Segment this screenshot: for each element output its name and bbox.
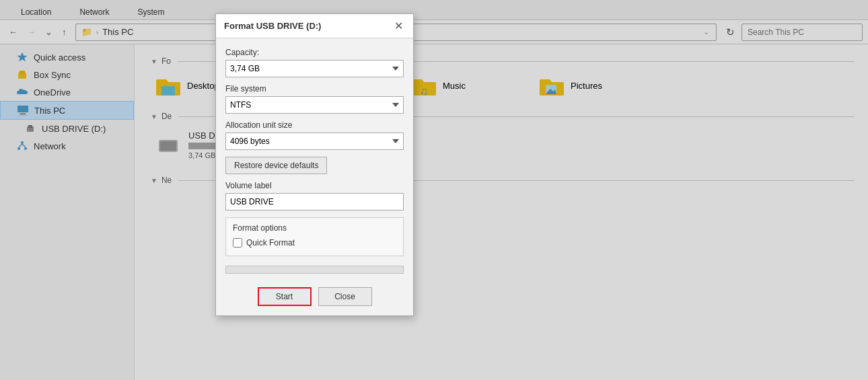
progress-bar-container (225, 266, 404, 274)
modal-title-bar: Format USB DRIVE (D:) ✕ (216, 14, 413, 38)
modal-overlay: Format USB DRIVE (D:) ✕ Capacity: 3,74 G… (0, 0, 868, 380)
filesystem-group: File system NTFS (225, 84, 404, 114)
allocation-group: Allocation unit size 4096 bytes (225, 120, 404, 150)
capacity-select[interactable]: 3,74 GB (225, 60, 404, 77)
quick-format-checkbox[interactable] (233, 238, 242, 248)
modal-body: Capacity: 3,74 GB File system NTFS Alloc… (216, 38, 413, 280)
filesystem-label: File system (225, 84, 404, 93)
modal-title: Format USB DRIVE (D:) (224, 21, 321, 31)
close-button[interactable]: Close (318, 287, 372, 306)
restore-defaults-button[interactable]: Restore device defaults (225, 157, 327, 174)
capacity-group: Capacity: 3,74 GB (225, 48, 404, 77)
volume-label-input[interactable] (225, 193, 404, 211)
explorer-window: Location Network System ← → ⌄ ↑ 📁 › This… (0, 0, 868, 380)
quick-format-label: Quick Format (246, 238, 295, 248)
quick-format-row: Quick Format (233, 238, 396, 248)
volume-label-group: Volume label (225, 181, 404, 211)
modal-close-button[interactable]: ✕ (392, 20, 405, 33)
start-button[interactable]: Start (258, 287, 312, 306)
modal-footer: Start Close (216, 280, 413, 315)
format-options-title: Format options (233, 223, 396, 233)
format-options-section: Format options Quick Format (225, 217, 404, 256)
filesystem-select[interactable]: NTFS (225, 96, 404, 114)
allocation-select[interactable]: 4096 bytes (225, 132, 404, 150)
allocation-label: Allocation unit size (225, 120, 404, 130)
capacity-label: Capacity: (225, 48, 404, 57)
volume-label-label: Volume label (225, 181, 404, 190)
format-dialog: Format USB DRIVE (D:) ✕ Capacity: 3,74 G… (215, 13, 414, 316)
